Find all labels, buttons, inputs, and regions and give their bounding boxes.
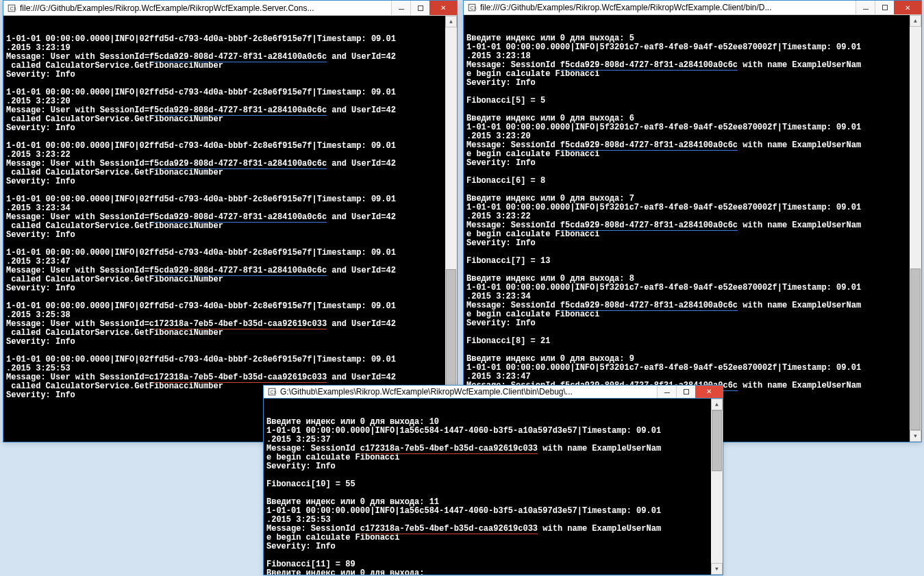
window-buttons xyxy=(391,1,457,15)
app-icon: C:\ xyxy=(467,3,477,12)
client2-console-window[interactable]: C:\ G:\Github\Examples\Rikrop.WcfExample… xyxy=(263,385,723,575)
app-icon: C:\ xyxy=(7,3,16,13)
scroll-track[interactable] xyxy=(445,27,457,430)
scroll-track[interactable] xyxy=(910,27,921,430)
scroll-down-button[interactable]: ▼ xyxy=(910,430,921,442)
maximize-button[interactable] xyxy=(875,1,894,14)
close-button[interactable] xyxy=(429,1,457,15)
minimize-button[interactable] xyxy=(657,386,676,398)
close-button[interactable] xyxy=(894,1,921,14)
titlebar[interactable]: C:\ G:\Github\Examples\Rikrop.WcfExample… xyxy=(264,386,723,399)
console-output[interactable]: Введите индекс или 0 для выхода: 5 1-01-… xyxy=(464,15,921,442)
console-text: 1-01-01 00:00:00.0000|INFO|02ffd5d-c793-… xyxy=(6,35,455,400)
window-title: file:///G:/Github/Examples/Rikrop.WcfExa… xyxy=(20,3,391,13)
window-buttons xyxy=(657,386,723,398)
maximize-button[interactable] xyxy=(676,386,695,398)
minimize-button[interactable] xyxy=(391,1,410,15)
scroll-down-button[interactable]: ▼ xyxy=(711,563,723,575)
titlebar[interactable]: C:\ file:///G:/Github/Examples/Rikrop.Wc… xyxy=(3,1,457,16)
scroll-thumb[interactable] xyxy=(712,410,722,471)
window-title: file:///G:/Github/Examples/Rikrop.WcfExa… xyxy=(480,3,856,12)
window-title: G:\Github\Examples\Rikrop.WcfExample\Rik… xyxy=(280,387,657,397)
vertical-scrollbar[interactable]: ▲ ▼ xyxy=(910,15,921,442)
minimize-button[interactable] xyxy=(856,1,875,14)
client1-console-window[interactable]: C:\ file:///G:/Github/Examples/Rikrop.Wc… xyxy=(463,0,922,442)
maximize-button[interactable] xyxy=(410,1,429,15)
scroll-up-button[interactable]: ▲ xyxy=(445,16,457,27)
app-icon: C:\ xyxy=(267,387,277,397)
scroll-thumb[interactable] xyxy=(910,268,921,430)
scroll-track[interactable] xyxy=(711,410,723,563)
window-buttons xyxy=(856,1,921,14)
scroll-up-button[interactable]: ▲ xyxy=(711,399,723,410)
svg-text:C:\: C:\ xyxy=(270,390,276,395)
console-output[interactable]: Введите индекс или 0 для выхода: 10 1-01… xyxy=(264,399,723,575)
scroll-up-button[interactable]: ▲ xyxy=(910,15,921,27)
svg-text:C:\: C:\ xyxy=(470,5,476,10)
console-text: Введите индекс или 0 для выхода: 5 1-01-… xyxy=(466,34,920,435)
svg-text:C:\: C:\ xyxy=(10,5,16,10)
titlebar[interactable]: C:\ file:///G:/Github/Examples/Rikrop.Wc… xyxy=(464,1,921,15)
vertical-scrollbar[interactable]: ▲ ▼ xyxy=(711,399,723,575)
server-console-window[interactable]: C:\ file:///G:/Github/Examples/Rikrop.Wc… xyxy=(3,0,458,442)
console-text: Введите индекс или 0 для выхода: 10 1-01… xyxy=(266,418,721,575)
vertical-scrollbar[interactable]: ▲ ▼ xyxy=(445,16,457,442)
console-output[interactable]: 1-01-01 00:00:00.0000|INFO|02ffd5d-c793-… xyxy=(3,16,457,442)
close-button[interactable] xyxy=(695,386,723,398)
